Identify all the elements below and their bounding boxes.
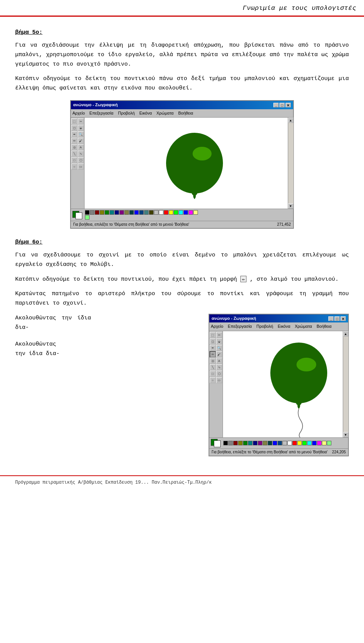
paint-canvas-1[interactable] [85, 118, 288, 209]
tool2-select-free[interactable]: ✂ [216, 332, 222, 338]
tool-line[interactable]: ╲ [71, 151, 77, 157]
color-darkgray[interactable] [90, 210, 94, 215]
color-blue2[interactable] [184, 210, 188, 215]
tool-poly[interactable]: ⬡ [78, 157, 84, 163]
maximize-button-1[interactable]: □ [279, 103, 285, 107]
minimize-button-1[interactable]: _ [273, 103, 279, 107]
tool2-select-rect[interactable]: ⬚ [210, 332, 216, 338]
color-magenta[interactable] [188, 210, 193, 215]
tool2-text[interactable]: A [216, 358, 222, 364]
tool2-ellipse[interactable]: ○ [210, 377, 216, 383]
color2-black[interactable] [223, 441, 228, 445]
color-slate[interactable] [144, 210, 149, 215]
color2-olive[interactable] [238, 441, 243, 445]
tool-fill[interactable]: ⬙ [78, 125, 84, 131]
scroll-up-1[interactable]: ▲ [288, 118, 293, 123]
color-teal[interactable] [110, 210, 114, 215]
paint-canvas-2[interactable] [223, 331, 343, 437]
color2-lime[interactable] [302, 441, 307, 445]
menu2-colors[interactable]: Χρώματα [295, 323, 312, 330]
tool-select-free[interactable]: ✂ [78, 118, 84, 124]
color-olive[interactable] [100, 210, 104, 215]
color2-lightyellow[interactable] [322, 441, 326, 445]
tool2-spray[interactable]: ◎ [210, 358, 216, 364]
tool-rect[interactable]: □ [71, 157, 77, 163]
tool2-pencil[interactable]: ✏ [210, 351, 216, 357]
tool-eyedrop[interactable]: ✒ [71, 131, 77, 137]
menu2-edit[interactable]: Επεξεργασία [228, 323, 252, 330]
color2-darkerteal[interactable] [268, 441, 272, 445]
menu-file-1[interactable]: Αρχείο [72, 110, 85, 117]
scroll-down-1[interactable]: ▼ [288, 203, 293, 209]
tool-text[interactable]: A [78, 144, 84, 150]
color2-cyan[interactable] [307, 441, 312, 445]
color-lightyellow[interactable] [193, 210, 198, 215]
color-yellow[interactable] [169, 210, 173, 215]
menu2-help[interactable]: Βοήθεια [317, 323, 331, 330]
tool2-rect[interactable]: □ [210, 371, 216, 377]
color-purple[interactable] [119, 210, 124, 215]
menu-image-1[interactable]: Εικόνα [139, 110, 152, 117]
tool2-line[interactable]: ╲ [210, 364, 216, 370]
tool-select-rect[interactable]: ⬚ [71, 118, 77, 124]
tool-ellipse[interactable]: ○ [71, 164, 77, 170]
color-darkred[interactable] [95, 210, 99, 215]
color-lime[interactable] [174, 210, 178, 215]
background-color-2[interactable] [214, 440, 221, 447]
color2-darkblue[interactable] [278, 441, 282, 445]
color2-teal[interactable] [248, 441, 253, 445]
color-darkblue[interactable] [139, 210, 144, 215]
tool2-poly[interactable]: ⬡ [216, 371, 222, 377]
tool-magnify[interactable]: 🔍 [78, 131, 84, 137]
menu2-file[interactable]: Αρχείο [211, 323, 223, 330]
tool-brush[interactable]: 🖌 [78, 138, 84, 144]
menu2-image[interactable]: Εικόνα [278, 323, 290, 330]
color-navy[interactable] [115, 210, 119, 215]
color2-darkolive[interactable] [263, 441, 267, 445]
maximize-button-2[interactable]: □ [334, 316, 340, 321]
minimize-button-2[interactable]: _ [328, 316, 334, 321]
color-silver[interactable] [154, 210, 158, 215]
color-darkyellow[interactable] [149, 210, 154, 215]
tool2-brush[interactable]: 🖌 [216, 351, 222, 357]
scroll-up-2[interactable]: ▲ [343, 331, 348, 336]
color2-darkgray[interactable] [228, 441, 233, 445]
color-cyan[interactable] [179, 210, 183, 215]
color-black[interactable] [85, 210, 89, 215]
color-darkerteal[interactable] [129, 210, 134, 215]
tool-curve[interactable]: ∿ [78, 151, 84, 157]
scroll-track-1[interactable] [288, 123, 293, 203]
tool2-eyedrop[interactable]: ✒ [210, 345, 216, 351]
tool2-magnify[interactable]: 🔍 [216, 345, 222, 351]
color2-magenta[interactable] [317, 441, 322, 445]
tool-eraser[interactable]: ◻ [71, 125, 77, 131]
color2-yellow[interactable] [297, 441, 302, 445]
close-button-2[interactable]: ✕ [340, 316, 346, 321]
color-red[interactable] [164, 210, 168, 215]
color2-green[interactable] [243, 441, 248, 445]
color2-lightgreen[interactable] [327, 441, 331, 445]
tool2-curve[interactable]: ∿ [216, 364, 222, 370]
color2-red[interactable] [292, 441, 297, 445]
color-white[interactable] [159, 210, 163, 215]
tool-pencil[interactable]: ✏ [71, 138, 77, 144]
tool-rounded-rect[interactable]: ▭ [78, 164, 84, 170]
menu2-view[interactable]: Προβολή [256, 323, 273, 330]
scroll-down-2[interactable]: ▼ [343, 432, 348, 437]
color2-blue[interactable] [273, 441, 277, 445]
menu-edit-1[interactable]: Επεξεργασία [89, 110, 113, 117]
background-color-1[interactable] [75, 212, 82, 219]
menu-view-1[interactable]: Προβολή [118, 110, 135, 117]
tool2-fill[interactable]: ⬙ [216, 338, 222, 344]
close-button-1[interactable]: ✕ [286, 103, 291, 107]
color2-darkred[interactable] [233, 441, 238, 445]
menu-colors-1[interactable]: Χρώματα [157, 110, 174, 117]
color2-navy[interactable] [253, 441, 257, 445]
color2-purple[interactable] [258, 441, 262, 445]
tool2-eraser[interactable]: ◻ [210, 338, 216, 344]
tool-spray[interactable]: ◎ [71, 144, 77, 150]
scroll-track-2[interactable] [343, 336, 348, 432]
color-lightgreen[interactable] [85, 215, 89, 220]
menu-help-1[interactable]: Βοήθεια [178, 110, 193, 117]
color-blue[interactable] [134, 210, 139, 215]
